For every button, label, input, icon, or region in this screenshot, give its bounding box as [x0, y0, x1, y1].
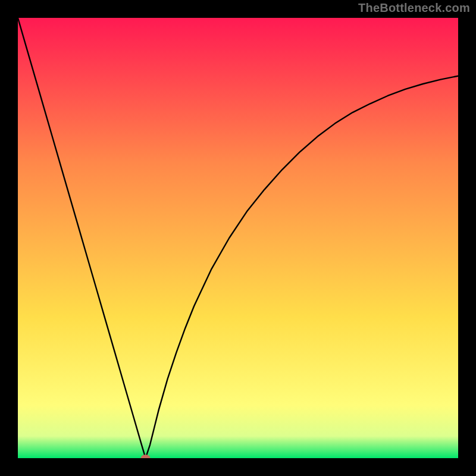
- watermark-text: TheBottleneck.com: [358, 1, 470, 15]
- chart-frame: TheBottleneck.com: [0, 0, 476, 476]
- bottleneck-chart: [18, 18, 458, 458]
- gradient-background: [18, 18, 458, 458]
